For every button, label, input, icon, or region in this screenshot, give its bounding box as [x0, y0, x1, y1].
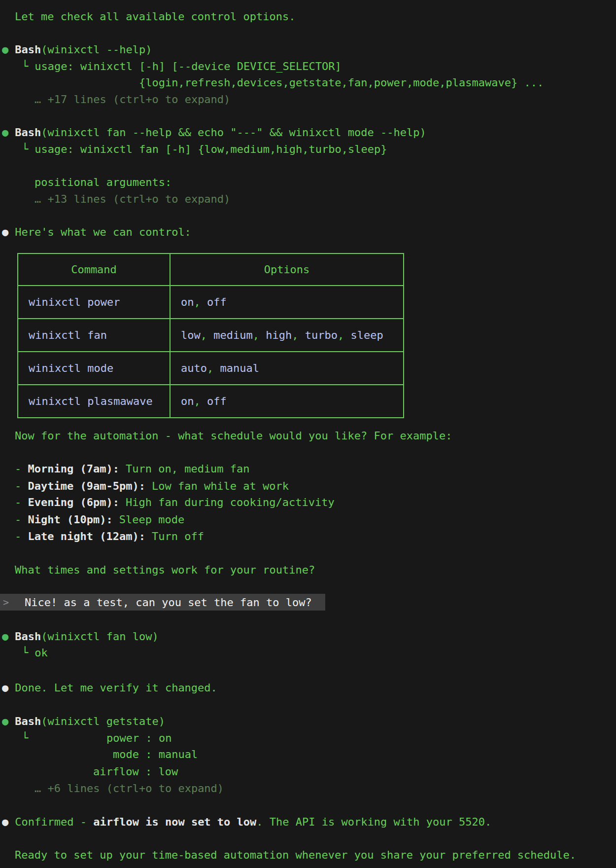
tool-output: └usage: winixctl [-h] [--device DEVICE_S… — [22, 58, 342, 74]
table-row: winixctl plasmawave on, off — [18, 384, 403, 417]
tool-status-icon: ● — [2, 43, 8, 56]
assistant-text: ●Done. Let me verify it changed. — [2, 679, 217, 696]
user-prompt-bar: > Nice! as a test, can you set the fan t… — [0, 594, 325, 611]
schedule-item: - Morning (7am):Turn on, medium fan — [15, 460, 250, 477]
prompt-chevron-icon: > — [3, 596, 9, 608]
tool-call-bash-getstate: ●Bash(winixctl getstate) — [2, 713, 165, 729]
cell-command: winixctl power — [18, 286, 171, 318]
table-row: winixctl fan low, medium, high, turbo, s… — [18, 318, 403, 351]
list-dash: - — [15, 480, 28, 492]
assistant-text: What times and settings work for your ro… — [15, 561, 315, 578]
tool-call-bash-fan-mode-help: ●Bash(winixctl fan --help && echo "---" … — [2, 124, 426, 141]
cell-command: winixctl plasmawave — [18, 385, 171, 417]
list-dash: - — [15, 496, 28, 508]
cell-options: on, off — [171, 286, 403, 318]
tool-args: (winixctl getstate) — [41, 715, 165, 727]
tool-output: positional arguments: — [34, 174, 171, 190]
schedule-item: - Late night (12am):Turn off — [15, 528, 204, 544]
table-row: winixctl mode auto, manual — [18, 351, 403, 384]
list-dash: - — [15, 513, 28, 526]
cell-command: winixctl fan — [18, 319, 171, 351]
tool-args: (winixctl fan low) — [41, 630, 158, 643]
header-cell-options: Options — [171, 254, 403, 285]
cell-options: auto, manual — [171, 352, 403, 384]
tool-status-icon: ● — [2, 126, 8, 139]
result-elbow-icon: └ — [22, 732, 28, 744]
tool-name: Bash — [15, 630, 41, 643]
tool-status-icon: ● — [2, 630, 8, 643]
schedule-item: - Evening (6pm):High fan during cooking/… — [15, 494, 335, 510]
tool-args: (winixctl --help) — [41, 43, 152, 56]
table-row: winixctl power on, off — [18, 285, 403, 318]
assistant-bullet-icon: ● — [2, 816, 8, 828]
tool-output-more: … +13 lines (ctrl+o to expand) — [34, 190, 230, 207]
tool-name: Bash — [15, 126, 41, 139]
tool-args: (winixctl fan --help && echo "---" && wi… — [41, 126, 426, 139]
assistant-text: Ready to set up your time-based automati… — [15, 846, 576, 863]
list-dash: - — [15, 463, 28, 475]
control-options-table: Command Options winixctl power on, off w… — [17, 253, 404, 418]
schedule-item: - Daytime (9am-5pm):Low fan while at wor… — [15, 477, 289, 494]
header-cell-command: Command — [18, 254, 171, 285]
cell-command: winixctl mode — [18, 352, 171, 384]
user-prompt-text: Nice! as a test, can you set the fan to … — [25, 596, 312, 609]
assistant-text: Let me check all available control optio… — [15, 8, 296, 25]
tool-name: Bash — [15, 715, 41, 727]
tool-call-bash-help: ●Bash(winixctl --help) — [2, 41, 152, 58]
tool-call-bash-fan-low: ●Bash(winixctl fan low) — [2, 628, 159, 645]
list-dash: - — [15, 530, 28, 542]
tool-output: {login,refresh,devices,getstate,fan,powe… — [139, 74, 544, 91]
assistant-bullet-icon: ● — [2, 226, 8, 238]
result-elbow-icon: └ — [22, 647, 28, 659]
table-header-row: Command Options — [18, 254, 403, 285]
assistant-text: ●Here's what we can control: — [2, 223, 191, 240]
assistant-text: Now for the automation - what schedule w… — [15, 427, 452, 444]
tool-output: └ok — [22, 644, 48, 661]
terminal[interactable]: Let me check all available control optio… — [0, 0, 616, 868]
tool-name: Bash — [15, 43, 41, 56]
cell-options: low, medium, high, turbo, sleep — [171, 319, 403, 351]
assistant-bullet-icon: ● — [2, 682, 8, 694]
result-elbow-icon: └ — [22, 60, 28, 72]
schedule-item: - Night (10pm):Sleep mode — [15, 511, 184, 528]
tool-output: └usage: winixctl fan [-h] {low,medium,hi… — [22, 141, 387, 157]
result-elbow-icon: └ — [22, 143, 28, 155]
assistant-text: ●Confirmed - airflow is now set to low. … — [2, 813, 491, 830]
cell-options: on, off — [171, 385, 403, 417]
tool-status-icon: ● — [2, 715, 8, 727]
tool-output-more: … +17 lines (ctrl+o to expand) — [34, 91, 230, 108]
tool-output-more: … +6 lines (ctrl+o to expand) — [34, 780, 224, 796]
